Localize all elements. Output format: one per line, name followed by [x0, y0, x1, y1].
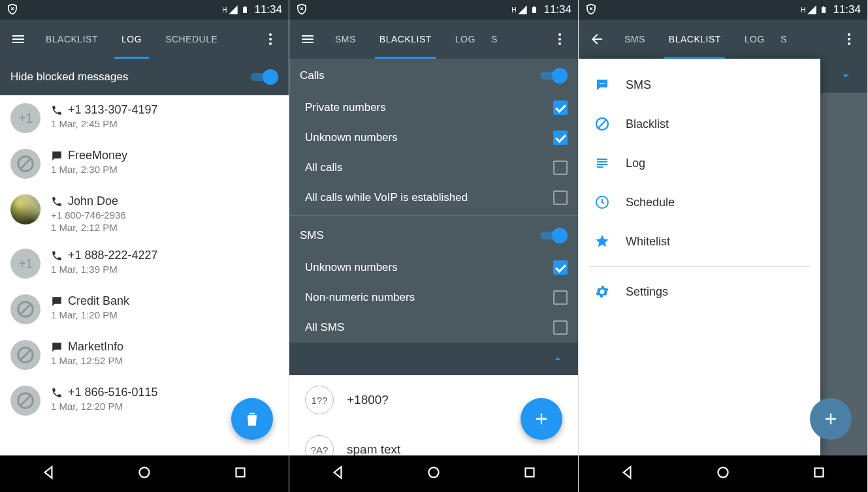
- option-checkbox[interactable]: [553, 191, 568, 205]
- app-shield-icon: [296, 3, 308, 17]
- log-body: MarketInfo1 Mar, 12:52 PM: [51, 340, 278, 366]
- menu-button[interactable]: [292, 23, 323, 55]
- tab-sms[interactable]: SMS: [323, 20, 368, 59]
- collapse-settings-row[interactable]: [289, 343, 578, 375]
- tab-schedule-partial[interactable]: S: [777, 20, 791, 59]
- log-subtitle: 1 Mar, 1:39 PM: [51, 264, 278, 275]
- toolbar: BLACKLIST LOG SCHEDULE: [0, 20, 289, 59]
- status-bar: H 11:34: [0, 0, 289, 20]
- avatar-blocked-num: +1: [10, 249, 40, 279]
- option-row[interactable]: Unknown numbers: [289, 123, 578, 153]
- log-item[interactable]: Credit Bank1 Mar, 1:20 PM: [0, 286, 289, 332]
- tab-blacklist[interactable]: BLACKLIST: [34, 20, 110, 59]
- option-label: All calls: [305, 161, 343, 174]
- blacklist-settings-panel: Calls Private numbersUnknown numbersAll …: [289, 59, 578, 343]
- option-checkbox[interactable]: [553, 131, 568, 145]
- drawer-divider: [589, 266, 810, 267]
- app-shield-icon: [7, 3, 18, 17]
- clock-text: 11:34: [254, 3, 282, 16]
- overflow-button[interactable]: [255, 23, 286, 55]
- fab-delete[interactable]: [231, 398, 273, 440]
- sms-switch[interactable]: [539, 228, 568, 243]
- avatar-blocked: [10, 294, 40, 324]
- nav-back-button[interactable]: [40, 464, 57, 484]
- menu-button[interactable]: [3, 23, 34, 55]
- drawer-item-block[interactable]: Blacklist: [579, 104, 820, 144]
- settings-icon: [594, 284, 610, 300]
- option-checkbox[interactable]: [553, 290, 568, 305]
- option-row[interactable]: Non-numeric numbers: [289, 283, 578, 313]
- drawer-item-sms[interactable]: SMS: [579, 65, 820, 104]
- log-body: John Doe+1 800-746-29361 Mar, 2:12 PM: [51, 194, 278, 233]
- option-row[interactable]: All calls while VoIP is established: [289, 183, 578, 213]
- more-icon: [552, 31, 568, 47]
- drawer-item-settings[interactable]: Settings: [579, 272, 820, 311]
- drawer-item-label: Blacklist: [626, 117, 669, 131]
- clock-text: 11:34: [833, 3, 861, 16]
- log-item[interactable]: +1+1 888-222-42271 Mar, 1:39 PM: [0, 241, 289, 286]
- tab-log[interactable]: LOG: [443, 20, 487, 59]
- hide-blocked-switch[interactable]: [249, 69, 278, 85]
- sms-section-label: SMS: [300, 229, 324, 242]
- drawer-item-label: Schedule: [626, 196, 675, 209]
- phone-icon: [51, 387, 63, 399]
- calls-section-header[interactable]: Calls: [289, 59, 578, 93]
- tabs: BLACKLIST LOG SCHEDULE: [34, 20, 255, 59]
- drawer-item-star[interactable]: Whitelist: [579, 222, 820, 261]
- option-checkbox[interactable]: [553, 320, 568, 335]
- tab-log[interactable]: LOG: [110, 20, 153, 59]
- drawer-item-label: SMS: [626, 78, 651, 92]
- drawer-item-label: Log: [626, 157, 645, 170]
- android-navbar: [0, 455, 289, 492]
- plus-icon: [822, 410, 840, 428]
- tab-blacklist[interactable]: BLACKLIST: [657, 20, 733, 59]
- nav-recent-button[interactable]: [521, 464, 538, 484]
- nav-recent-button[interactable]: [232, 464, 249, 484]
- chevron-up-icon: [551, 352, 565, 366]
- tab-blacklist[interactable]: BLACKLIST: [368, 20, 443, 59]
- calls-switch[interactable]: [539, 68, 568, 84]
- tabs: SMS BLACKLIST LOG S: [613, 20, 833, 59]
- tab-sms[interactable]: SMS: [613, 20, 657, 59]
- option-checkbox[interactable]: [553, 260, 568, 275]
- option-row[interactable]: All calls: [289, 153, 578, 183]
- option-row[interactable]: Unknown numbers: [289, 253, 578, 283]
- log-item[interactable]: FreeMoney1 Mar, 2:30 PM: [0, 141, 289, 187]
- sms-section-header[interactable]: SMS: [289, 219, 578, 253]
- tab-schedule-partial[interactable]: S: [487, 20, 502, 59]
- schedule-icon: [594, 194, 610, 210]
- nav-home-button[interactable]: [136, 464, 153, 484]
- fab-add[interactable]: [521, 398, 562, 440]
- nav-back-button[interactable]: [619, 464, 635, 484]
- log-item[interactable]: MarketInfo1 Mar, 12:52 PM: [0, 332, 289, 378]
- log-subtitle: 1 Mar, 2:45 PM: [51, 118, 278, 129]
- tab-schedule[interactable]: SCHEDULE: [153, 20, 229, 59]
- option-checkbox[interactable]: [553, 100, 568, 115]
- option-row[interactable]: Private numbers: [289, 93, 578, 123]
- nav-home-button[interactable]: [425, 464, 442, 484]
- network-indicator: H: [801, 7, 805, 14]
- drawer-item-log[interactable]: Log: [579, 144, 820, 183]
- nav-home-button[interactable]: [715, 464, 731, 484]
- log-item[interactable]: John Doe+1 800-746-29361 Mar, 2:12 PM: [0, 187, 289, 241]
- avatar-contact-photo: [10, 194, 40, 224]
- overflow-button[interactable]: [544, 23, 575, 55]
- screen-drawer: H 11:34 SMS BLACKLIST LOG S SMSBlacklist…: [579, 0, 868, 492]
- drawer-item-schedule[interactable]: Schedule: [579, 183, 820, 222]
- log-list: +1+1 313-307-41971 Mar, 2:45 PMFreeMoney…: [0, 95, 289, 423]
- log-title: Credit Bank: [68, 294, 129, 308]
- log-subtitle: 1 Mar, 12:52 PM: [51, 355, 278, 366]
- more-icon: [841, 31, 857, 47]
- fab-add[interactable]: [810, 398, 852, 440]
- nav-recent-button[interactable]: [811, 464, 828, 484]
- option-row[interactable]: All SMS: [289, 313, 578, 343]
- hide-blocked-row[interactable]: Hide blocked messages: [0, 59, 289, 95]
- back-button[interactable]: [581, 23, 613, 55]
- log-item[interactable]: +1+1 313-307-41971 Mar, 2:45 PM: [0, 95, 289, 141]
- nav-back-button[interactable]: [329, 464, 346, 484]
- overflow-button[interactable]: [833, 23, 865, 55]
- log-icon: [594, 155, 610, 171]
- signal-icon: [807, 5, 817, 15]
- option-checkbox[interactable]: [553, 161, 568, 175]
- tab-log[interactable]: LOG: [733, 20, 777, 59]
